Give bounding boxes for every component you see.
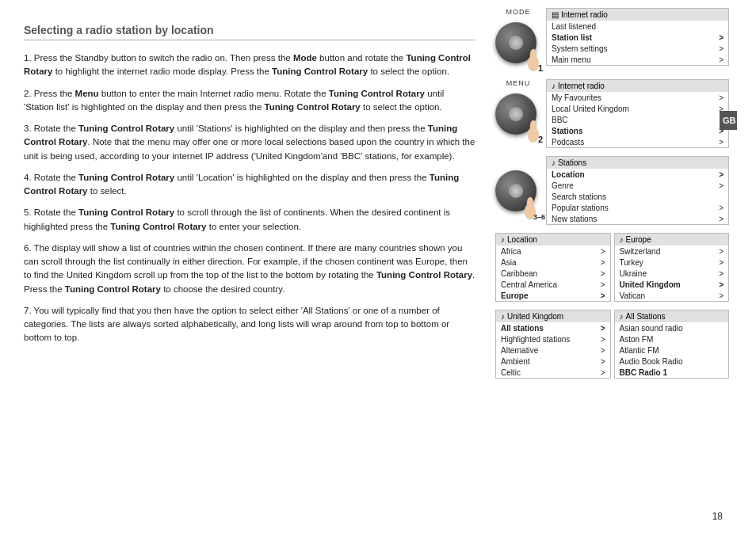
panel-5-item-1: Turkey>	[615, 257, 729, 268]
panel-2-item-4: Podcasts>	[547, 136, 728, 147]
panel-2-header: ♪ Internet radio	[547, 80, 728, 92]
panel-7-item-4: BBC Radio 1	[615, 367, 729, 378]
panel-5-icon: ♪	[620, 235, 624, 244]
panel-3-item-2: Search stations	[547, 191, 728, 202]
panel-7-item-2: Atlantic FM	[615, 345, 729, 356]
panel-5-item-0: Switzerland>	[615, 246, 729, 257]
panel-5-header: ♪ Europe	[615, 234, 729, 246]
step-1: 1. Press the Standby button to switch th…	[24, 51, 475, 79]
step-3: 3. Rotate the Tuning Control Rotary unti…	[24, 122, 475, 163]
panel-3-item-3: Popular stations>	[547, 202, 728, 213]
gb-tab: GB	[720, 111, 737, 130]
panel-4-item-4: Europe>	[496, 290, 610, 301]
mode-label: MODE	[506, 8, 531, 16]
panel-6-item-4: Celtic>	[496, 367, 610, 378]
panel-6-item-0: All stations>	[496, 322, 610, 333]
svg-point-4	[530, 120, 536, 133]
panel-2-item-3: Stations>	[547, 125, 728, 136]
panel-6-icon: ♪	[501, 312, 505, 321]
panel-4: ♪ Location Africa> Asia> Caribbean> Cent…	[495, 233, 611, 302]
step-5: 5. Rotate the Tuning Control Rotary to s…	[24, 206, 475, 234]
page-title: Selecting a radio station by location	[24, 24, 475, 40]
svg-point-7	[527, 197, 533, 210]
panel-4-item-1: Asia>	[496, 257, 610, 268]
panel-4-item-3: Central America>	[496, 279, 610, 290]
step-6: 6. The display will show a list of count…	[24, 242, 475, 296]
panel-6-item-2: Alternative>	[496, 345, 610, 356]
menu-label: MENU	[506, 79, 531, 87]
panel-2: ♪ Internet radio My Favourites> Local Un…	[546, 79, 729, 148]
panel-2-item-2: BBC>	[547, 114, 728, 125]
panel-2-icon: ♪	[552, 82, 556, 90]
panel-7-header: ♪ All Stations	[615, 310, 729, 322]
panel-6-header: ♪ United Kingdom	[496, 310, 610, 322]
step-2: 2. Press the Menu button to enter the ma…	[24, 87, 475, 115]
panel-4-icon: ♪	[501, 235, 505, 244]
svg-point-1	[530, 49, 536, 62]
panel-1-item-3: Main menu>	[547, 54, 728, 65]
panel-5-item-4: Vatican>	[615, 290, 729, 301]
panel-1-item-2: System settings>	[547, 43, 728, 54]
panel-3: ♪ Stations Location> Genre> Search stati…	[546, 156, 729, 225]
step-7: 7. You will typically find that you then…	[24, 304, 475, 345]
panel-1-header: ▤ Internet radio	[547, 9, 728, 21]
page-number: 18	[712, 511, 723, 522]
panel-4-item-0: Africa>	[496, 246, 610, 257]
panel-3-item-4: New stations>	[547, 213, 728, 224]
panel-7-item-0: Asian sound radio	[615, 322, 729, 333]
panel-3-icon: ♪	[552, 158, 556, 167]
svg-text:3–6: 3–6	[533, 213, 545, 221]
hand-icon-1: 1	[524, 46, 548, 74]
panel-6: ♪ United Kingdom All stations> Highlight…	[495, 310, 611, 379]
panel-4-item-2: Caribbean>	[496, 268, 610, 279]
panel-5-item-2: Ukraine>	[615, 268, 729, 279]
right-panel: GB MODE 1 ▤	[491, 0, 737, 533]
panel-1-icon: ▤	[552, 10, 559, 19]
rotary-group-2: MENU 2	[495, 79, 541, 143]
panel-2-item-0: My Favourites>	[547, 92, 728, 103]
panel-6-item-1: Highlighted stations>	[496, 333, 610, 345]
panel-1: ▤ Internet radio Last listened Station l…	[546, 8, 729, 66]
panel-3-header: ♪ Stations	[547, 157, 728, 169]
svg-text:1: 1	[538, 63, 543, 73]
panel-6-item-3: Ambient>	[496, 356, 610, 367]
svg-text:2: 2	[538, 135, 543, 144]
step-4: 4. Rotate the Tuning Control Rotary unti…	[24, 171, 475, 199]
panel-7-icon: ♪	[620, 312, 624, 321]
hand-icon-2: 2	[524, 117, 548, 146]
panel-3-item-0: Location>	[547, 169, 728, 180]
hand-icon-3: 3–6	[521, 194, 549, 223]
rotary-group-1: MODE 1	[495, 8, 541, 71]
panel-7-item-1: Aston FM	[615, 333, 729, 345]
panel-1-item-0: Last listened	[547, 21, 728, 32]
panel-1-item-1: Station list>	[547, 32, 728, 43]
panel-7: ♪ All Stations Asian sound radio Aston F…	[614, 310, 730, 379]
panel-2-item-1: Local United Kingdom>	[547, 103, 728, 114]
panel-7-item-3: Audio Book Radio	[615, 356, 729, 367]
panel-5: ♪ Europe Switzerland> Turkey> Ukraine> U…	[614, 233, 730, 302]
rotary-group-3: X 3–6	[495, 156, 541, 219]
panel-4-header: ♪ Location	[496, 234, 610, 246]
panel-3-item-1: Genre>	[547, 180, 728, 191]
panel-5-item-3: United Kingdom>	[615, 279, 729, 290]
